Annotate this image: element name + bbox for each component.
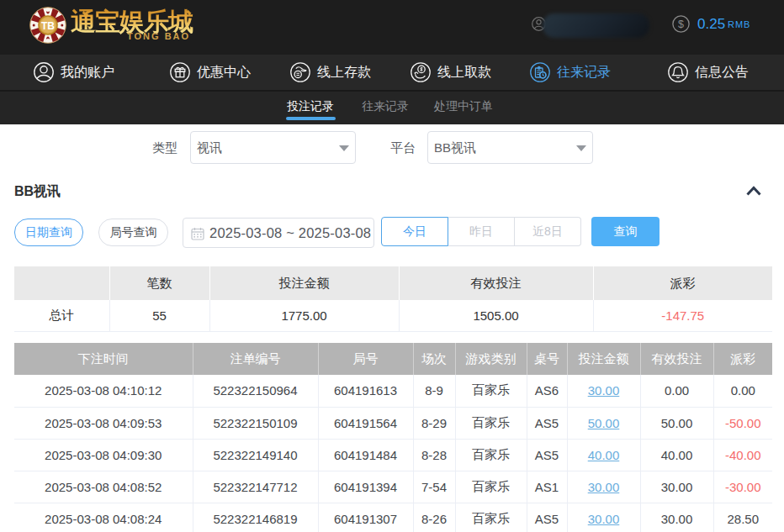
svg-text:$: $: [678, 18, 684, 30]
svg-text:TB: TB: [41, 20, 55, 32]
